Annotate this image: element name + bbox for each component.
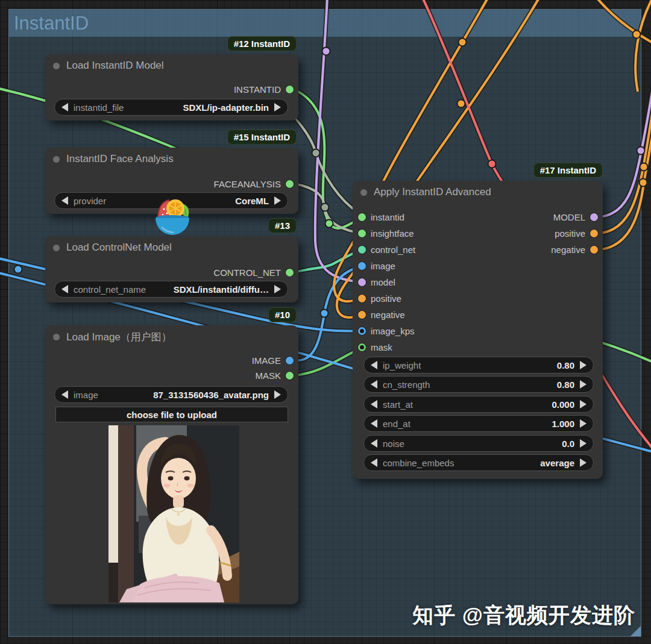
widget-value: 1.000 [552, 419, 574, 429]
output-row-faceanalysis: FACEANALYSIS [214, 177, 294, 190]
input-label: positive [371, 293, 401, 304]
output-label: INSTANTID [234, 84, 281, 95]
output-row-image: IMAGE [252, 354, 294, 367]
node-load-controlnet-model[interactable]: Load ControlNet Model CONTROL_NET contro… [45, 236, 298, 302]
widget-value: 0.0 [562, 439, 574, 449]
collapse-dot-icon[interactable] [53, 245, 60, 251]
node-badge-13: #13 [268, 218, 297, 233]
widget-arrow-right-icon[interactable] [274, 285, 281, 293]
input-socket-insightface[interactable] [358, 230, 366, 237]
input-row-instantid: instantid [358, 210, 404, 224]
collapse-dot-icon[interactable] [53, 63, 60, 69]
widget-label: noise [383, 439, 404, 449]
choose-file-button[interactable]: choose file to upload [55, 407, 288, 422]
widget-cn-strength[interactable]: cn_strength 0.80 [363, 376, 594, 393]
widget-value: SDXL/instantid/diffu… [174, 284, 269, 295]
widget-arrow-right-icon[interactable] [580, 439, 587, 448]
input-socket-image-kps[interactable] [358, 327, 366, 335]
widget-arrow-left-icon[interactable] [371, 380, 377, 389]
output-label: FACEANALYSIS [214, 179, 281, 189]
widget-end-at[interactable]: end_at 1.000 [363, 415, 594, 432]
input-socket-image[interactable] [358, 262, 366, 270]
input-label: image_kps [371, 326, 415, 336]
input-row-image-kps: image_kps [358, 324, 415, 337]
node-apply-instantid-advanced[interactable]: Apply InstantID Advanced instantid insig… [353, 181, 603, 479]
input-socket-positive[interactable] [358, 295, 366, 302]
widget-arrow-left-icon[interactable] [371, 400, 377, 408]
widget-arrow-left-icon[interactable] [371, 361, 377, 369]
node-title-bar: Load Image（用户图） [45, 325, 298, 348]
widget-start-at[interactable]: start_at 0.000 [363, 396, 594, 413]
widget-image-file[interactable]: image 87_3131560436_avatar.png [54, 386, 288, 403]
output-socket-faceanalysis[interactable] [286, 180, 294, 188]
input-row-model: model [358, 275, 395, 289]
widget-value: 0.80 [557, 360, 574, 370]
output-row-negative: negative [551, 243, 598, 256]
output-label: MODEL [553, 212, 585, 222]
widget-ip-weight[interactable]: ip_weight 0.80 [363, 357, 594, 374]
output-label: positive [555, 228, 585, 239]
output-socket-image[interactable] [286, 357, 294, 364]
widget-value: SDXL/ip-adapter.bin [183, 102, 269, 113]
node-title: InstantID Face Analysis [66, 153, 174, 165]
node-title: Load InstantID Model [66, 60, 164, 72]
input-socket-model[interactable] [358, 278, 366, 286]
widget-arrow-left-icon[interactable] [61, 285, 68, 293]
widget-arrow-left-icon[interactable] [371, 458, 377, 467]
node-badge-15: #15 InstantID [227, 130, 297, 145]
widget-label: end_at [383, 419, 410, 429]
output-row-instantid: INSTANTID [234, 83, 294, 96]
widget-instantid-file[interactable]: instantid_file SDXL/ip-adapter.bin [54, 99, 288, 116]
widget-noise[interactable]: noise 0.0 [363, 435, 594, 452]
widget-value: average [540, 458, 574, 468]
node-load-instantid-model[interactable]: Load InstantID Model INSTANTID instantid… [45, 54, 298, 120]
input-socket-negative[interactable] [358, 311, 366, 319]
output-row-mask: MASK [255, 369, 294, 382]
widget-label: control_net_name [74, 284, 146, 295]
collapse-dot-icon[interactable] [360, 189, 367, 196]
input-label: negative [371, 310, 405, 320]
widget-arrow-right-icon[interactable] [274, 390, 281, 399]
widget-arrow-right-icon[interactable] [580, 380, 587, 389]
node-load-image[interactable]: Load Image（用户图） IMAGE MASK image 87_3131… [45, 325, 298, 604]
output-socket-mask[interactable] [286, 372, 294, 380]
output-socket-control-net[interactable] [286, 269, 294, 277]
input-row-image: image [358, 259, 395, 272]
widget-control-net-name[interactable]: control_net_name SDXL/instantid/diffu… [54, 281, 288, 298]
input-socket-control-net[interactable] [358, 246, 366, 254]
widget-arrow-right-icon[interactable] [580, 361, 587, 369]
output-label: IMAGE [252, 355, 281, 366]
widget-arrow-left-icon[interactable] [371, 439, 377, 448]
output-socket-instantid[interactable] [286, 86, 294, 93]
input-socket-mask[interactable] [358, 343, 366, 351]
node-title: Load ControlNet Model [66, 242, 172, 254]
widget-arrow-right-icon[interactable] [580, 419, 587, 428]
widget-arrow-right-icon[interactable] [580, 458, 587, 467]
widget-arrow-left-icon[interactable] [61, 196, 68, 205]
input-socket-instantid[interactable] [358, 213, 366, 221]
widget-arrow-left-icon[interactable] [61, 390, 68, 399]
node-title: Apply InstantID Advanced [374, 186, 491, 198]
node-title-bar: InstantID Face Analysis [45, 148, 298, 170]
collapse-dot-icon[interactable] [53, 156, 60, 163]
fruit-bowl-icon [151, 196, 194, 238]
widget-arrow-left-icon[interactable] [61, 103, 68, 111]
widget-combine-embeds[interactable]: combine_embeds average [363, 454, 594, 471]
output-socket-positive[interactable] [590, 230, 598, 237]
output-socket-model[interactable] [590, 213, 598, 221]
output-row-control-net: CONTROL_NET [213, 266, 294, 279]
widget-label: combine_embeds [383, 458, 454, 468]
output-socket-negative[interactable] [590, 246, 598, 254]
output-label: CONTROL_NET [213, 267, 281, 278]
widget-label: start_at [383, 399, 413, 410]
widget-arrow-right-icon[interactable] [274, 196, 281, 205]
widget-arrow-left-icon[interactable] [371, 419, 377, 428]
input-row-negative: negative [358, 308, 405, 321]
node-editor-canvas[interactable]: InstantID [0, 0, 651, 644]
widget-label: cn_strength [383, 380, 430, 390]
widget-arrow-right-icon[interactable] [274, 103, 281, 111]
collapse-dot-icon[interactable] [53, 334, 60, 340]
node-title-bar: Apply InstantID Advanced [353, 181, 603, 204]
widget-arrow-right-icon[interactable] [580, 400, 587, 408]
widget-value: 87_3131560436_avatar.png [153, 390, 269, 400]
